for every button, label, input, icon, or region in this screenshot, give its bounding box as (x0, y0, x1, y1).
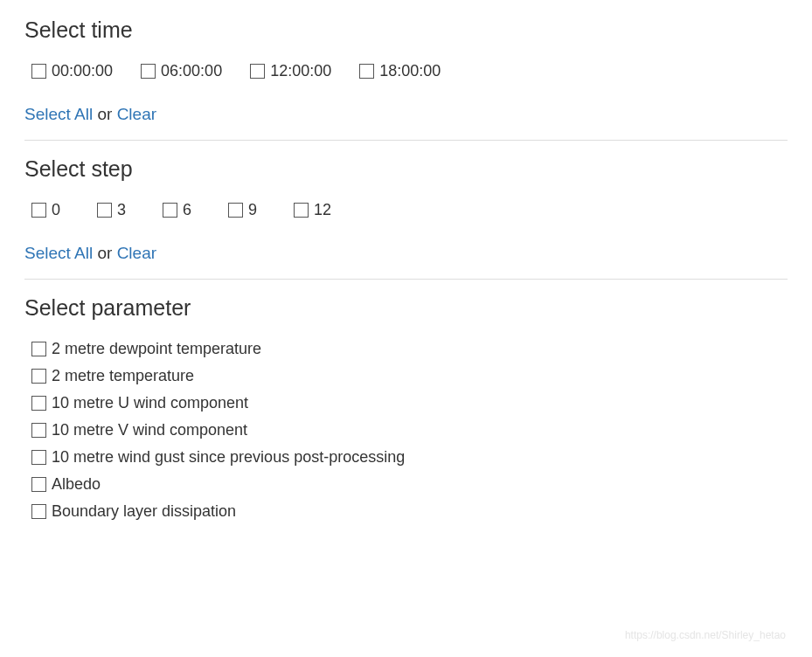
checkbox-icon[interactable] (294, 203, 309, 218)
step-option-label: 12 (314, 201, 331, 219)
parameter-option-label: 10 metre wind gust since previous post-p… (52, 448, 405, 467)
select-all-link[interactable]: Select All (24, 244, 93, 262)
parameter-option-label: 2 metre temperature (52, 367, 194, 385)
heading-select-step: Select step (24, 156, 788, 182)
clear-link[interactable]: Clear (117, 105, 156, 123)
actions-separator: or (97, 105, 112, 123)
actions-separator: or (97, 244, 112, 262)
step-actions: Select All or Clear (24, 244, 788, 263)
time-option-0600[interactable]: 06:00:00 (141, 62, 222, 80)
parameter-option-label: Boundary layer dissipation (52, 502, 236, 521)
section-select-parameter: Select parameter 2 metre dewpoint temper… (24, 295, 788, 521)
parameter-option-2m-dewpoint-temperature[interactable]: 2 metre dewpoint temperature (31, 340, 788, 358)
checkbox-icon[interactable] (31, 396, 46, 411)
checkbox-icon[interactable] (359, 64, 374, 79)
time-option-1200[interactable]: 12:00:00 (250, 62, 331, 80)
time-option-label: 00:00:00 (52, 62, 113, 80)
time-option-label: 12:00:00 (270, 62, 331, 80)
clear-link[interactable]: Clear (117, 244, 156, 262)
heading-select-parameter: Select parameter (24, 295, 788, 321)
heading-select-time: Select time (24, 17, 788, 43)
parameter-options-list: 2 metre dewpoint temperature 2 metre tem… (31, 340, 788, 521)
time-actions: Select All or Clear (24, 105, 788, 124)
checkbox-icon[interactable] (250, 64, 265, 79)
checkbox-icon[interactable] (31, 64, 46, 79)
parameter-option-label: Albedo (52, 475, 101, 494)
checkbox-icon[interactable] (97, 203, 112, 218)
section-select-step: Select step 0 3 6 9 12 Select All or Cle… (24, 156, 788, 263)
divider (24, 279, 788, 280)
checkbox-icon[interactable] (31, 203, 46, 218)
step-option-12[interactable]: 12 (294, 201, 331, 219)
parameter-option-label: 10 metre U wind component (52, 394, 248, 412)
time-option-label: 06:00:00 (161, 62, 222, 80)
time-options-row: 00:00:00 06:00:00 12:00:00 18:00:00 (31, 62, 788, 80)
checkbox-icon[interactable] (163, 203, 177, 218)
divider (24, 140, 788, 141)
parameter-option-boundary-layer-dissipation[interactable]: Boundary layer dissipation (31, 502, 788, 521)
checkbox-icon[interactable] (31, 477, 46, 492)
step-option-6[interactable]: 6 (163, 201, 191, 219)
step-option-label: 6 (183, 201, 191, 219)
step-options-row: 0 3 6 9 12 (31, 201, 788, 219)
checkbox-icon[interactable] (31, 450, 46, 465)
checkbox-icon[interactable] (228, 203, 243, 218)
step-option-label: 3 (117, 201, 126, 219)
parameter-option-2m-temperature[interactable]: 2 metre temperature (31, 367, 788, 385)
parameter-option-10m-wind-gust[interactable]: 10 metre wind gust since previous post-p… (31, 448, 788, 467)
checkbox-icon[interactable] (31, 369, 46, 384)
select-all-link[interactable]: Select All (24, 105, 93, 123)
parameter-option-10m-u-wind[interactable]: 10 metre U wind component (31, 394, 788, 412)
time-option-label: 18:00:00 (379, 62, 441, 80)
step-option-0[interactable]: 0 (31, 201, 60, 219)
checkbox-icon[interactable] (31, 342, 46, 356)
checkbox-icon[interactable] (31, 423, 46, 438)
section-select-time: Select time 00:00:00 06:00:00 12:00:00 1… (24, 17, 788, 124)
step-option-label: 9 (248, 201, 257, 219)
step-option-3[interactable]: 3 (97, 201, 126, 219)
checkbox-icon[interactable] (141, 64, 156, 79)
parameter-option-label: 10 metre V wind component (52, 421, 247, 439)
parameter-option-label: 2 metre dewpoint temperature (52, 340, 261, 358)
parameter-option-10m-v-wind[interactable]: 10 metre V wind component (31, 421, 788, 439)
time-option-1800[interactable]: 18:00:00 (359, 62, 441, 80)
time-option-0000[interactable]: 00:00:00 (31, 62, 113, 80)
checkbox-icon[interactable] (31, 504, 46, 519)
step-option-label: 0 (52, 201, 60, 219)
parameter-option-albedo[interactable]: Albedo (31, 475, 788, 494)
step-option-9[interactable]: 9 (228, 201, 257, 219)
